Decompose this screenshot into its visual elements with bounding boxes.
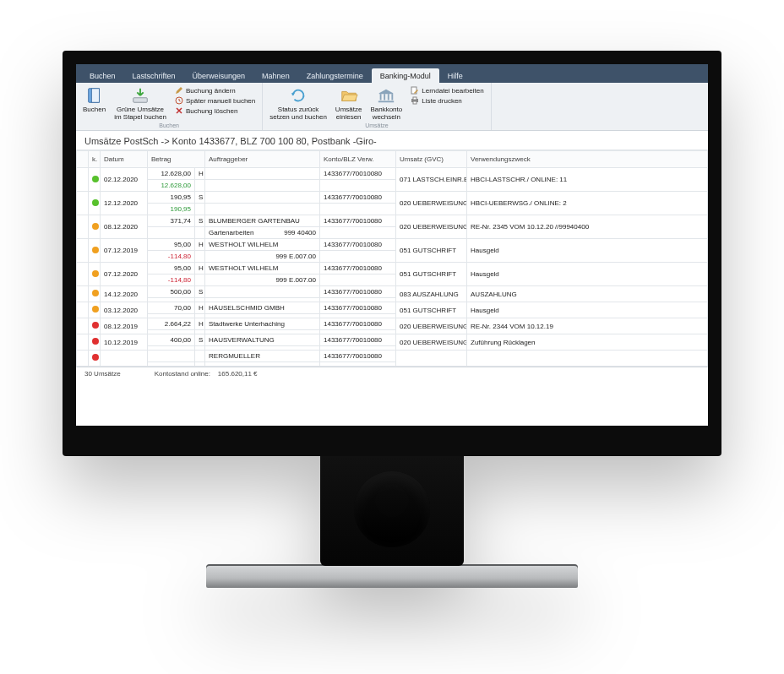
ribbon-group-buchen: Buchen Grüne Umsätze im Stapel buchen B (76, 83, 263, 130)
edit-icon (175, 86, 183, 95)
transactions-table: k. Datum Betrag Auftraggeber Konto/BLZ V… (76, 150, 708, 367)
buchung-aendern-button[interactable]: Buchung ändern (175, 86, 255, 95)
col-mark[interactable]: k. (89, 151, 101, 168)
tab-banking-modul[interactable]: Banking-Modul (372, 68, 439, 83)
bank-icon (377, 86, 395, 105)
stapel-label: Grüne Umsätze im Stapel buchen (114, 106, 166, 121)
status-dot-icon (92, 176, 99, 182)
spaeter-manuell-button[interactable]: Später manuell buchen (175, 96, 255, 105)
table-row[interactable]: 03.12.202070,00HHÄUSELSCHMID GMBH1433677… (77, 302, 708, 314)
spaeter-manuell-label: Später manuell buchen (186, 97, 255, 105)
buchung-aendern-label: Buchung ändern (186, 87, 236, 95)
ribbon-toolbar: Buchen Grüne Umsätze im Stapel buchen B (76, 83, 708, 131)
monitor-mockup: BuchenLastschriftenÜberweisungenMahnenZa… (63, 51, 721, 588)
col-umsatz[interactable]: Umsatz (GVC) (396, 151, 467, 168)
folder-open-icon (340, 86, 358, 105)
svg-rect-4 (380, 94, 382, 100)
status-dot-icon (92, 199, 99, 206)
stapel-buchen-button[interactable]: Grüne Umsätze im Stapel buchen (114, 86, 166, 121)
buchen-button-label: Buchen (83, 106, 106, 113)
status-dot-icon (92, 290, 99, 296)
tab-hilfe[interactable]: Hilfe (439, 68, 471, 83)
table-row[interactable]: 07.12.201995,00HWESTHOLT WILHELM1433677/… (77, 239, 708, 251)
table-row[interactable]: RERGMUELLER1433677/70010080 (77, 351, 708, 362)
col-betrag[interactable]: Betrag (148, 151, 205, 168)
status-dot-icon (92, 306, 99, 313)
tab-lastschriften[interactable]: Lastschriften (124, 68, 184, 83)
ribbon-group-buchen-label: Buchen (83, 122, 255, 128)
tab-mahnen[interactable]: Mahnen (253, 68, 298, 83)
refresh-icon (289, 86, 308, 105)
table-row[interactable]: 08.12.20192.664,22HStadtwerke Unterhachi… (77, 318, 708, 330)
umsaetze-einlesen-button[interactable]: Umsätze einlesen (335, 86, 362, 121)
buchen-button[interactable]: Buchen (83, 86, 106, 113)
main-tabstrip: BuchenLastschriftenÜberweisungenMahnenZa… (76, 64, 708, 83)
col-konto[interactable]: Konto/BLZ Verw. (320, 151, 396, 168)
page-title: Umsätze PostSch -> Konto 1433677, BLZ 70… (76, 131, 708, 150)
umsaetze-einlesen-label: Umsätze einlesen (335, 106, 362, 121)
ribbon-group-umsaetze-label: Umsätze (270, 122, 483, 128)
table-row[interactable]: 12.12.2020190,95S1433677/70010080020 UEB… (77, 192, 708, 204)
status-dot-icon (92, 223, 99, 230)
book-icon (85, 86, 104, 105)
status-count: 30 Umsätze (84, 370, 121, 378)
svg-rect-8 (378, 101, 394, 102)
buchung-loeschen-button[interactable]: Buchung löschen (175, 106, 255, 115)
svg-rect-7 (392, 94, 394, 100)
status-bar: 30 Umsätze Kontostand online: 165.620,11… (76, 367, 708, 380)
status-balance: Kontostand online: 165.620,11 € (155, 370, 258, 378)
status-dot-icon (92, 322, 99, 329)
status-dot-icon (92, 247, 99, 253)
table-row[interactable]: 08.12.2020371,74SBLUMBERGER GARTENBAU143… (77, 215, 708, 227)
ribbon-group-umsaetze: Status zurück setzen und buchen Umsätze … (263, 83, 491, 130)
print-icon (411, 96, 419, 105)
col-auftraggeber[interactable]: Auftraggeber (205, 151, 320, 168)
status-zurueck-label: Status zurück setzen und buchen (270, 106, 327, 121)
table-row[interactable]: 02.12.202012.628,00H1433677/70010080071 … (77, 168, 708, 180)
monitor-neck (320, 456, 464, 566)
app-screen: BuchenLastschriftenÜberweisungenMahnenZa… (76, 64, 708, 426)
svg-rect-11 (413, 97, 416, 100)
buchung-loeschen-label: Buchung löschen (186, 107, 237, 115)
svg-rect-6 (388, 94, 389, 100)
svg-rect-12 (413, 101, 416, 104)
bankkonto-wechseln-button[interactable]: Bankkonto wechseln (370, 86, 402, 121)
svg-rect-2 (133, 98, 148, 103)
status-zurueck-button[interactable]: Status zurück setzen und buchen (270, 86, 327, 121)
download-stack-icon (131, 86, 150, 105)
status-dot-icon (92, 338, 99, 345)
delete-icon (175, 106, 183, 115)
umsaetze-mini-group: Lerndatei bearbeiten Liste drucken (411, 86, 483, 105)
table-row[interactable]: 14.12.2020500,00S1433677/70010080083 AUS… (77, 286, 708, 298)
monitor-foot (206, 564, 578, 588)
status-dot-icon (92, 354, 99, 361)
table-row[interactable]: 07.12.202095,00HWESTHOLT WILHELM1433677/… (77, 263, 708, 274)
svg-rect-1 (91, 89, 99, 103)
liste-drucken-label: Liste drucken (422, 97, 462, 105)
col-zweck[interactable]: Verwendungszweck (467, 151, 708, 168)
edit-file-icon (411, 86, 419, 95)
table-header: k. Datum Betrag Auftraggeber Konto/BLZ V… (77, 151, 708, 168)
clock-icon (175, 96, 183, 105)
lerndatei-button[interactable]: Lerndatei bearbeiten (411, 86, 483, 95)
col-datum[interactable]: Datum (101, 151, 148, 168)
tab--berweisungen[interactable]: Überweisungen (184, 68, 254, 83)
table-row[interactable]: 10.12.2019400,00SHAUSVERWALTUNG1433677/7… (77, 334, 708, 346)
buchung-mini-group: Buchung ändern Später manuell buchen Buc… (175, 86, 255, 115)
liste-drucken-button[interactable]: Liste drucken (411, 96, 483, 105)
tab-buchen[interactable]: Buchen (81, 68, 124, 83)
col-status[interactable] (77, 151, 89, 168)
tab-zahlungstermine[interactable]: Zahlungstermine (298, 68, 372, 83)
svg-rect-5 (384, 94, 386, 100)
bankkonto-wechseln-label: Bankkonto wechseln (370, 106, 402, 121)
lerndatei-label: Lerndatei bearbeiten (422, 87, 483, 95)
status-dot-icon (92, 270, 99, 277)
monitor-bezel: BuchenLastschriftenÜberweisungenMahnenZa… (63, 51, 721, 456)
